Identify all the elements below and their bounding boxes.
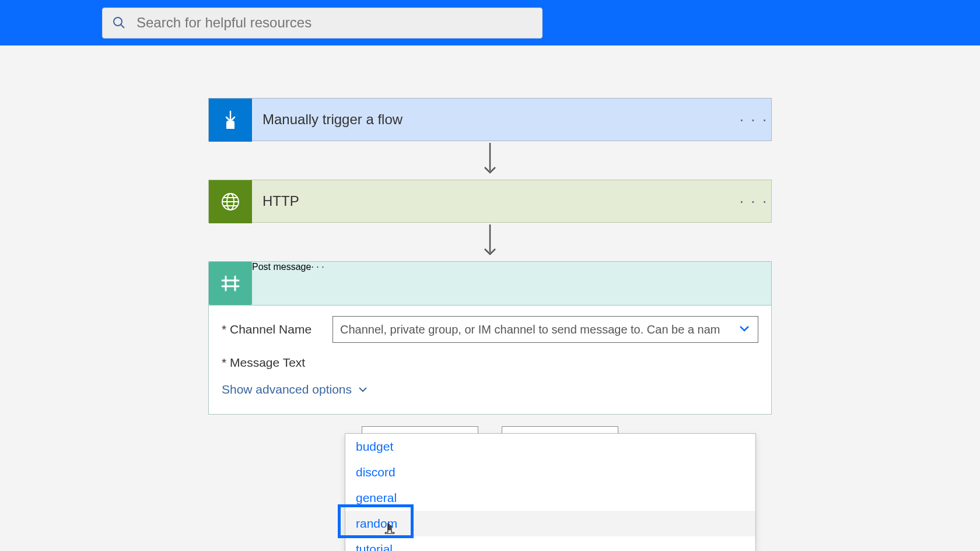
dropdown-option-random[interactable]: random [345,511,755,536]
step-http[interactable]: HTTP · · · [208,180,772,223]
slack-icon [209,262,252,305]
flow-column: Manually trigger a flow · · · HTTP · · ·… [208,98,772,457]
step-header[interactable]: Post message · · · [209,262,771,305]
step-menu-button[interactable]: · · · [311,262,324,305]
top-bar [0,0,980,45]
http-icon [209,180,252,223]
svg-line-1 [121,24,124,28]
step-menu-button[interactable]: · · · [736,180,771,222]
field-channel-row: * Channel Name Channel, private group, o… [222,316,758,343]
select-placeholder: Channel, private group, or IM channel to… [340,323,720,336]
step-trigger[interactable]: Manually trigger a flow · · · [208,98,772,141]
chevron-down-icon [358,384,368,395]
field-label: * Message Text [222,356,332,370]
step-post-message: Post message · · · * Channel Name Channe… [208,261,772,415]
dropdown-option-tutorial[interactable]: tutorial [345,536,755,551]
dropdown-option-discord[interactable]: discord [345,459,755,485]
step-body: * Channel Name Channel, private group, o… [209,305,771,414]
show-advanced-options[interactable]: Show advanced options [222,382,368,396]
step-title: Post message [252,262,311,305]
connector [208,223,772,261]
svg-point-0 [114,17,122,26]
channel-select[interactable]: Channel, private group, or IM channel to… [332,316,758,343]
chevron-down-icon [738,322,751,338]
connector [208,141,772,180]
trigger-icon [209,99,252,142]
field-message-row: * Message Text [222,356,758,370]
channel-dropdown: budget discord general random tutorial E… [345,433,756,551]
search-icon [112,16,126,30]
step-title: HTTP [252,180,736,222]
flow-canvas: Manually trigger a flow · · · HTTP · · ·… [0,45,980,551]
field-label: * Channel Name [222,322,332,336]
dropdown-option-budget[interactable]: budget [345,434,755,459]
step-title: Manually trigger a flow [252,99,736,141]
search-box[interactable] [102,8,542,38]
search-input[interactable] [136,15,533,31]
step-menu-button[interactable]: · · · [736,99,771,141]
dropdown-option-general[interactable]: general [345,485,755,511]
